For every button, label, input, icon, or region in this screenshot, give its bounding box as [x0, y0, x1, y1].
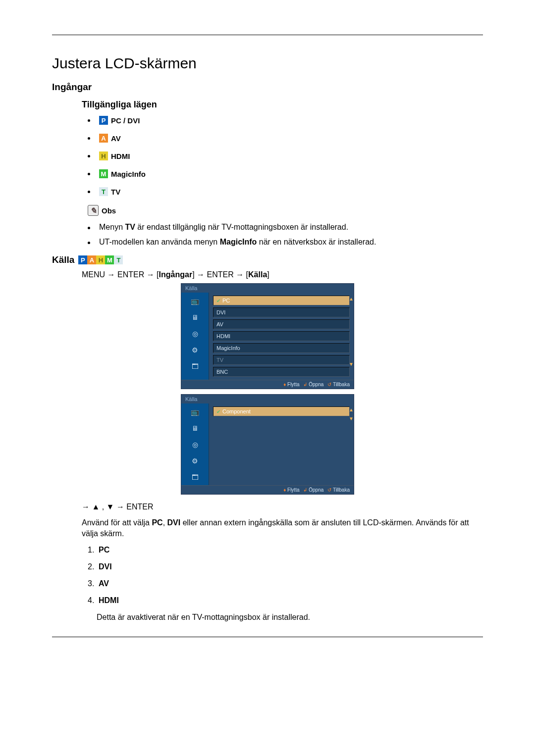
mode-item: T TV	[88, 187, 483, 196]
note-list: Menyn TV är endast tillgänglig när TV-mo…	[88, 223, 483, 247]
osd-side-icon: 🗔	[181, 358, 209, 374]
foot-text: Detta är avaktiverat när en TV-mottagnin…	[97, 613, 483, 622]
mode-icon-p: P	[78, 255, 87, 264]
osd-body: 📺 🖥 ◎ ⚙ 🗔 ✔Component ▲ ▼	[181, 403, 354, 485]
osd-row-label: PC	[222, 298, 230, 303]
enter-icon: ↲	[303, 382, 307, 387]
note-mid: är endast tillgänglig när TV-mottagnings…	[135, 223, 348, 231]
list-label: DVI	[99, 562, 112, 571]
scroll-up-icon: ▲	[349, 297, 352, 302]
osd-row-label: MagicInfo	[216, 345, 240, 351]
obs-label: Obs	[102, 206, 116, 215]
note-item: Menyn TV är endast tillgänglig när TV-mo…	[88, 223, 483, 232]
scroll-down-icon: ▼	[349, 416, 352, 421]
body-text-seg: ,	[163, 518, 167, 527]
list-label: PC	[99, 546, 109, 554]
mode-item: H HDMI	[88, 151, 483, 160]
osd-row: BNC	[213, 367, 350, 377]
osd-panel-2: Källa 📺 🖥 ◎ ⚙ 🗔 ✔Component ▲ ▼	[181, 394, 354, 495]
section-ingangar: Ingångar	[52, 82, 483, 93]
nav-line: → ▲ , ▼ → ENTER	[82, 503, 483, 511]
osd-side-icon: 📺	[181, 403, 209, 420]
body-text: Använd för att välja PC, DVI eller annan…	[82, 517, 483, 539]
mode-icon-h: H	[99, 151, 108, 160]
osd-side-icon: 🖥	[181, 420, 209, 436]
osd-foot-label: Flytta	[287, 487, 299, 493]
osd-column: Källa 📺 🖥 ◎ ⚙ 🗔 ✔PC DVI AV HDMI MagicInf…	[181, 283, 354, 495]
mode-icon-t: T	[114, 255, 123, 264]
subsection-tillgangliga: Tillgängliga lägen	[82, 100, 483, 110]
osd-sidebar: 📺 🖥 ◎ ⚙ 🗔	[181, 293, 209, 380]
list-label: AV	[99, 579, 109, 588]
bullet-icon	[88, 173, 90, 175]
osd-row-label: BNC	[216, 369, 228, 375]
list-item: 3.AV	[88, 579, 483, 588]
note-bold: TV	[125, 223, 135, 231]
scroll-up-icon: ▲	[349, 407, 352, 412]
osd-title: Källa	[181, 395, 354, 403]
check-icon: ✔	[216, 409, 220, 414]
osd-sidebar: 📺 🖥 ◎ ⚙ 🗔	[181, 403, 209, 485]
note-mid: när en nätverksbox är installerad.	[257, 238, 376, 246]
osd-side-icon: 🖥	[181, 309, 209, 325]
menu-path-seg: ] → ENTER → [	[192, 270, 248, 279]
osd-side-icon: ◎	[181, 436, 209, 453]
note-pre: Menyn	[99, 223, 125, 231]
list-label: HDMI	[99, 596, 119, 605]
mode-icon-a: A	[87, 255, 96, 264]
mode-icon-m: M	[105, 255, 114, 264]
kalla-icons: P A H M T	[78, 255, 123, 264]
osd-body: 📺 🖥 ◎ ⚙ 🗔 ✔PC DVI AV HDMI MagicInfo TV B…	[181, 293, 354, 380]
list-number: 1.	[88, 546, 99, 554]
osd-row: HDMI	[213, 331, 350, 341]
mode-icon-p: P	[99, 116, 108, 125]
mode-label: PC / DVI	[111, 116, 140, 125]
kalla-label: Källa	[52, 254, 74, 265]
menu-path-bold: Källa	[248, 270, 267, 279]
osd-foot-label: Flytta	[287, 382, 299, 387]
body-text-seg: Använd för att välja	[82, 518, 152, 527]
osd-side-icon: 🗔	[181, 469, 209, 485]
return-icon: ↺	[327, 382, 331, 387]
obs-row: ✎ Obs	[88, 205, 483, 216]
osd-row-label: Component	[222, 408, 251, 414]
enter-icon: ↲	[303, 487, 307, 493]
osd-side-icon: 📺	[181, 293, 209, 309]
mode-item: A AV	[88, 134, 483, 143]
osd-row-label: DVI	[216, 309, 225, 315]
list-item: 4.HDMI	[88, 596, 483, 605]
list-number: 4.	[88, 596, 99, 605]
osd-row-label: TV	[216, 357, 223, 363]
list-number: 3.	[88, 579, 99, 588]
bottom-rule	[52, 637, 483, 637]
page-title: Justera LCD-skärmen	[52, 55, 483, 72]
note-bold: MagicInfo	[220, 238, 257, 246]
move-icon: ♦	[283, 487, 286, 493]
osd-scrollbar: ▲ ▼	[349, 297, 352, 367]
mode-label: HDMI	[111, 152, 130, 160]
mode-label: AV	[111, 134, 121, 143]
bullet-icon	[88, 137, 90, 140]
check-icon: ✔	[216, 298, 220, 303]
osd-footer: ♦ Flytta ↲ Öppna ↺ Tillbaka	[181, 485, 354, 494]
top-rule	[52, 35, 483, 35]
mode-icon-m: M	[99, 169, 108, 178]
osd-foot-label: Öppna	[309, 487, 323, 493]
note-icon: ✎	[88, 205, 99, 216]
osd-foot-label: Tillbaka	[333, 382, 350, 387]
move-icon: ♦	[283, 382, 286, 387]
kalla-heading-row: Källa P A H M T	[52, 254, 483, 265]
bullet-icon	[88, 227, 90, 229]
return-icon: ↺	[327, 487, 331, 493]
osd-side-icon: ◎	[181, 325, 209, 342]
osd-foot-label: Öppna	[309, 382, 323, 387]
osd-row: TV	[213, 355, 350, 365]
bullet-icon	[88, 119, 90, 122]
osd-panel-1: Källa 📺 🖥 ◎ ⚙ 🗔 ✔PC DVI AV HDMI MagicInf…	[181, 283, 354, 389]
list-item: 1.PC	[88, 546, 483, 554]
osd-row: AV	[213, 319, 350, 329]
osd-side-icon: ⚙	[181, 453, 209, 469]
osd-screenshot-wrap: Källa 📺 🖥 ◎ ⚙ 🗔 ✔PC DVI AV HDMI MagicInf…	[52, 283, 483, 495]
menu-path: MENU → ENTER → [Ingångar] → ENTER → [Käl…	[82, 270, 483, 279]
note-text: UT-modellen kan använda menyn MagicInfo …	[99, 238, 376, 247]
